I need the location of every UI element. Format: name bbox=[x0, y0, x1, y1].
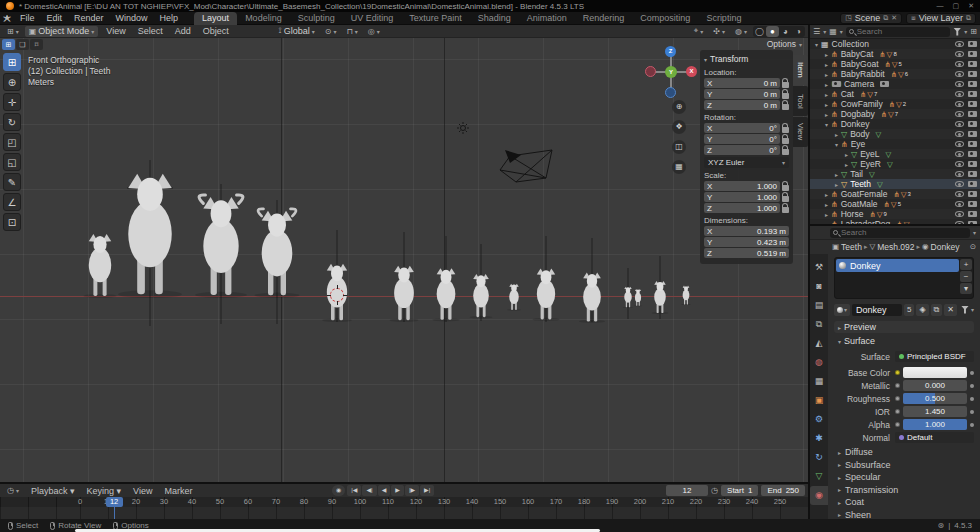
cursor-3d[interactable] bbox=[330, 288, 344, 302]
hide-eye-icon[interactable] bbox=[955, 81, 964, 87]
hide-eye-icon[interactable] bbox=[955, 141, 964, 147]
gizmo-x-axis[interactable]: X bbox=[686, 66, 697, 77]
close-button[interactable]: ✕ bbox=[968, 2, 974, 10]
orientation-dropdown[interactable]: ⟟Global▾ bbox=[275, 26, 319, 37]
value-field[interactable]: Z0° bbox=[704, 145, 780, 155]
unlink-scene-icon[interactable]: ✕ bbox=[891, 14, 897, 22]
timeline-menu-view[interactable]: View bbox=[127, 486, 158, 496]
mode-dropdown[interactable]: ▣Object Mode▾ bbox=[25, 26, 99, 37]
hide-eye-icon[interactable] bbox=[955, 121, 964, 127]
auto-key-button[interactable]: ◉ bbox=[332, 485, 345, 496]
outliner-row-collection[interactable]: ▾▦Collection bbox=[810, 39, 980, 49]
object-name[interactable]: Collection bbox=[832, 39, 869, 49]
hide-eye-icon[interactable] bbox=[955, 171, 964, 177]
proportional-edit-icon[interactable]: ◎▾ bbox=[364, 26, 384, 37]
value-field[interactable]: X0 m bbox=[704, 78, 780, 88]
metallic-slider[interactable]: 0.000 bbox=[903, 380, 967, 391]
disable-render-icon[interactable] bbox=[968, 131, 977, 137]
menu-file[interactable]: File bbox=[14, 13, 41, 23]
hide-eye-icon[interactable] bbox=[955, 111, 964, 117]
select-mode-box[interactable]: ❏ bbox=[16, 39, 29, 50]
snap-magnet-icon[interactable]: ⊓▾ bbox=[342, 26, 361, 37]
select-mode-more[interactable]: ⌑ bbox=[30, 39, 43, 50]
disable-render-icon[interactable] bbox=[968, 101, 977, 107]
disable-render-icon[interactable] bbox=[968, 71, 977, 77]
workspace-tab-modeling[interactable]: Modeling bbox=[237, 12, 290, 25]
gizmo-z-neg-axis[interactable] bbox=[665, 87, 676, 98]
properties-tab-view-layer[interactable]: ⧉ bbox=[810, 315, 828, 334]
object-name[interactable]: CowFamily bbox=[841, 99, 883, 109]
hide-eye-icon[interactable] bbox=[955, 131, 964, 137]
hide-eye-icon[interactable] bbox=[955, 61, 964, 67]
timeline-menu-keying[interactable]: Keying ▾ bbox=[81, 486, 128, 496]
filter-icon[interactable] bbox=[953, 28, 961, 36]
disable-render-icon[interactable] bbox=[968, 61, 977, 67]
object-name[interactable]: Cat bbox=[841, 89, 854, 99]
menu-window[interactable]: Window bbox=[110, 13, 154, 23]
timeline-editor-icon[interactable]: ◷▾ bbox=[3, 485, 23, 496]
transport-button-1[interactable]: ◀| bbox=[362, 485, 376, 496]
outliner-row-babycat[interactable]: ▸⋔BabyCat⋔▽8 bbox=[810, 49, 980, 59]
pan-hand-icon[interactable]: ❖ bbox=[672, 120, 686, 134]
playhead-frame-badge[interactable]: 12 bbox=[106, 497, 123, 507]
properties-tab-render[interactable]: ◙ bbox=[810, 277, 828, 296]
tool-add-cube[interactable]: ⊡ bbox=[3, 213, 21, 231]
outliner-row-cat[interactable]: ▸⋔Cat⋔▽7 bbox=[810, 89, 980, 99]
properties-tab-object[interactable]: ▣ bbox=[810, 391, 828, 410]
normal-dropdown[interactable]: Default bbox=[895, 432, 974, 443]
viewport-menu-add[interactable]: Add bbox=[169, 26, 197, 36]
outliner-row-goatfemale[interactable]: ▸⋔GoatFemale⋔▽3 bbox=[810, 189, 980, 199]
workspace-tab-uv-editing[interactable]: UV Editing bbox=[343, 12, 402, 25]
object-name[interactable]: Tail bbox=[850, 169, 863, 179]
breadcrumb-material[interactable]: Donkey bbox=[931, 242, 960, 252]
material-slots-list[interactable]: Donkey + − ▾ bbox=[834, 257, 974, 299]
gizmo-z-axis[interactable]: Z bbox=[665, 46, 676, 57]
properties-tab-physics[interactable]: ↻ bbox=[810, 448, 828, 467]
new-material-icon[interactable]: ⧉ bbox=[931, 304, 943, 316]
outliner-row-eye[interactable]: ▾⋔Eye bbox=[810, 139, 980, 149]
outliner-row-dogbaby[interactable]: ▸⋔Dogbaby⋔▽7 bbox=[810, 109, 980, 119]
object-name[interactable]: Eye bbox=[851, 139, 866, 149]
outliner-row-teeth[interactable]: ▸▽Teeth▽ bbox=[810, 179, 980, 189]
hide-eye-icon[interactable] bbox=[955, 151, 964, 157]
base-color-swatch[interactable] bbox=[903, 367, 967, 378]
object-name[interactable]: Donkey bbox=[841, 119, 870, 129]
value-field[interactable]: Y0° bbox=[704, 134, 780, 144]
object-name[interactable]: Camera bbox=[844, 79, 874, 89]
object-name[interactable]: BabyGoat bbox=[841, 59, 879, 69]
disable-render-icon[interactable] bbox=[968, 51, 977, 57]
workspace-tab-compositing[interactable]: Compositing bbox=[632, 12, 698, 25]
value-field[interactable]: X0° bbox=[704, 123, 780, 133]
new-view-layer-icon[interactable]: ⧉ bbox=[966, 14, 971, 22]
blender-logo-icon[interactable] bbox=[6, 2, 14, 10]
add-slot-button[interactable]: + bbox=[960, 259, 972, 270]
outliner-row-cowfamily[interactable]: ▸⋔CowFamily⋔▽2 bbox=[810, 99, 980, 109]
object-name[interactable]: EyeR bbox=[860, 159, 881, 169]
timeline-track[interactable] bbox=[0, 507, 808, 519]
panel-subsurface[interactable]: ▸Subsurface bbox=[834, 459, 974, 472]
menu-render[interactable]: Render bbox=[68, 13, 110, 23]
object-name[interactable]: BabyCat bbox=[841, 49, 874, 59]
gizmo-y-axis[interactable]: Y bbox=[665, 66, 677, 78]
outliner-row-tail[interactable]: ▸▽Tail▽ bbox=[810, 169, 980, 179]
disable-render-icon[interactable] bbox=[968, 151, 977, 157]
properties-tab-output[interactable]: ▤ bbox=[810, 296, 828, 315]
lock-icon[interactable] bbox=[782, 82, 789, 88]
lock-icon[interactable] bbox=[782, 207, 789, 213]
transport-button-4[interactable]: |▶ bbox=[405, 485, 419, 496]
animate-dot[interactable] bbox=[970, 423, 974, 427]
outliner-row-babyrabbit[interactable]: ▸⋔BabyRabbit⋔▽6 bbox=[810, 69, 980, 79]
object-name[interactable]: GoatMale bbox=[841, 199, 878, 209]
menu-edit[interactable]: Edit bbox=[41, 13, 69, 23]
minimize-button[interactable]: — bbox=[937, 2, 944, 10]
tool-move[interactable]: ✛ bbox=[3, 93, 21, 111]
workspace-tab-rendering[interactable]: Rendering bbox=[575, 12, 633, 25]
disable-render-icon[interactable] bbox=[968, 81, 977, 87]
hide-eye-icon[interactable] bbox=[955, 91, 964, 97]
material-slot-active[interactable]: Donkey bbox=[836, 259, 959, 272]
outliner-search-input[interactable] bbox=[857, 27, 948, 36]
value-field[interactable]: Y0.423 m bbox=[704, 237, 789, 247]
viewport-menu-view[interactable]: View bbox=[100, 26, 131, 36]
value-field[interactable]: X1.000 bbox=[704, 181, 780, 191]
viewport-menu-select[interactable]: Select bbox=[132, 26, 169, 36]
